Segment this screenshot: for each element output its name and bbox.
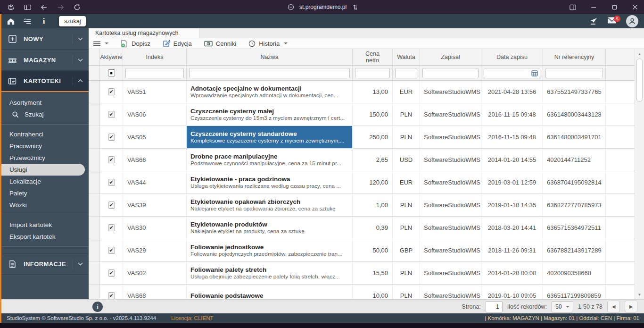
index-cell[interactable]: VAS44 bbox=[123, 171, 187, 193]
active-cell[interactable]: ✔ bbox=[100, 194, 123, 216]
currency-cell[interactable]: EUR bbox=[393, 81, 420, 103]
table-row[interactable]: ✔ VAS39 Etykietowanie opakowań zbiorczyc… bbox=[89, 194, 635, 217]
index-cell[interactable]: VAS06 bbox=[123, 103, 187, 126]
prev-page-button[interactable]: ◀ bbox=[607, 301, 620, 312]
sidebar-item-uslugi[interactable]: Usługi bbox=[0, 164, 85, 176]
cenniki-button[interactable]: @ Cenniki bbox=[204, 40, 236, 47]
table-row[interactable]: ✔ VAS06 Czyszczenie cysterny małejCzyszc… bbox=[89, 103, 635, 126]
sidebar-item-asortyment[interactable]: Asortyment bbox=[0, 97, 89, 109]
currency-cell[interactable]: PLN bbox=[393, 262, 420, 284]
reload-icon[interactable] bbox=[73, 3, 81, 11]
name-cell[interactable]: Foliowanie palety stretchUsługa obejmuje… bbox=[187, 262, 353, 284]
price-cell[interactable]: 150,00 bbox=[353, 103, 393, 126]
checkbox-checked-icon[interactable]: ✔ bbox=[108, 179, 115, 186]
name-cell[interactable]: Etykietowanie - praca godzinowaUsługa et… bbox=[187, 171, 353, 193]
active-cell[interactable]: ✔ bbox=[100, 171, 123, 193]
price-cell[interactable]: 0,39 bbox=[353, 217, 393, 239]
currency-cell[interactable]: PLN bbox=[393, 217, 420, 239]
name-cell[interactable]: Adnotacje specjalne w dokumentacjiWprowa… bbox=[187, 81, 353, 103]
select-all-checkbox[interactable]: ■ bbox=[108, 69, 115, 76]
ref-cell[interactable]: 6367882143917289 bbox=[543, 239, 606, 261]
table-row[interactable]: ✔ VAS51 Adnotacje specjalne w dokumentac… bbox=[89, 81, 635, 103]
table-row-selected[interactable]: ✔ VAS05 Czyszczenie cysterny standardowe… bbox=[89, 126, 635, 149]
currency-cell[interactable]: PLN bbox=[393, 126, 420, 148]
date-cell[interactable]: 2019-03-01 12:59 bbox=[481, 171, 543, 193]
filter-aktywne[interactable]: ■ bbox=[100, 66, 123, 80]
date-cell[interactable]: 2016-11-15 09:48 bbox=[481, 126, 543, 148]
ref-cell[interactable]: 6368272770785973 bbox=[543, 194, 606, 216]
table-row[interactable]: ✔ VAS02 Foliowanie palety stretchUsługa … bbox=[89, 262, 635, 285]
date-cell[interactable]: 2019-01-10 09:05 bbox=[481, 285, 543, 299]
price-cell[interactable]: 250,00 bbox=[353, 126, 393, 148]
info-icon[interactable]: i bbox=[39, 17, 49, 26]
author-cell[interactable]: SoftwareStudioWMS bbox=[420, 171, 481, 193]
ref-cell[interactable]: 6361480003443128 bbox=[543, 103, 606, 126]
mail-icon[interactable]: 5 bbox=[607, 17, 617, 26]
filter-zapisal-input[interactable] bbox=[422, 68, 479, 78]
author-cell[interactable]: SoftwareStudioWMS bbox=[420, 217, 481, 239]
grid-info-button[interactable]: i bbox=[92, 302, 103, 312]
filter-indeks-input[interactable] bbox=[125, 68, 184, 78]
sidebar-item-szukaj[interactable]: Szukaj bbox=[0, 109, 89, 120]
filter-ref-input[interactable] bbox=[545, 68, 603, 78]
scrollbar-thumb[interactable] bbox=[636, 59, 643, 102]
ref-cell[interactable]: 6365715364972511 bbox=[543, 217, 606, 239]
price-cell[interactable]: 50,00 bbox=[353, 239, 393, 261]
price-cell[interactable]: 2,65 bbox=[353, 149, 393, 171]
name-cell[interactable]: Drobne prace manipulacyjnePodstawowe czy… bbox=[187, 149, 353, 171]
author-cell[interactable]: SoftwareStudioWMS bbox=[420, 285, 481, 299]
author-cell[interactable]: SoftwareStudioWMS bbox=[420, 149, 481, 171]
name-cell-selected[interactable]: Czyszczenie cysterny standardoweKompleks… bbox=[187, 126, 353, 148]
checkbox-checked-icon[interactable]: ✔ bbox=[108, 111, 115, 118]
active-cell[interactable]: ✔ bbox=[100, 126, 123, 148]
active-cell[interactable]: ✔ bbox=[100, 103, 123, 126]
date-cell[interactable]: 2019-01-10 14:35 bbox=[481, 194, 543, 216]
header-aktywne[interactable]: Aktywne bbox=[100, 49, 123, 65]
ref-cell[interactable]: 4020144711252 bbox=[543, 149, 606, 171]
home-icon[interactable] bbox=[6, 17, 16, 26]
currency-cell[interactable]: PLN bbox=[393, 194, 420, 216]
filter-nazwa-input[interactable] bbox=[189, 68, 350, 78]
sidebar-item-przewoznicy[interactable]: Przewoźnicy bbox=[0, 152, 89, 164]
currency-cell[interactable]: USD bbox=[393, 149, 420, 171]
forward-icon[interactable] bbox=[56, 3, 65, 11]
index-cell[interactable]: VAS68 bbox=[123, 285, 187, 299]
table-row[interactable]: ✔ VAS29 Foliowanie jednostkoweFoliowanie… bbox=[89, 239, 635, 262]
name-cell[interactable]: Etykietowanie produktówNaklejanie etykie… bbox=[187, 217, 353, 239]
sidebar-item-kontrahenci[interactable]: Kontrahenci bbox=[0, 128, 89, 140]
active-cell[interactable]: ✔ bbox=[100, 149, 123, 171]
index-cell[interactable]: VAS30 bbox=[123, 217, 187, 239]
date-cell[interactable]: 2021-04-28 13:56 bbox=[481, 81, 543, 103]
minimize-icon[interactable] bbox=[589, 3, 598, 11]
author-cell[interactable]: SoftwareStudioWMS bbox=[420, 81, 481, 103]
next-page-button[interactable]: ▶ bbox=[625, 301, 637, 312]
currency-cell[interactable]: PLN bbox=[393, 285, 420, 299]
site-info-icon[interactable] bbox=[287, 3, 295, 11]
sidebar-toggle-icon[interactable] bbox=[23, 3, 32, 11]
checkbox-checked-icon[interactable]: ✔ bbox=[108, 247, 115, 254]
active-cell[interactable]: ✔ bbox=[100, 239, 123, 261]
name-cell[interactable]: Etykietowanie opakowań zbiorczychNakleja… bbox=[187, 194, 353, 216]
name-cell[interactable]: Foliowanie jednostkoweFoliowanie pojedyn… bbox=[187, 239, 353, 261]
table-row[interactable]: ✔ VAS30 Etykietowanie produktówNaklejani… bbox=[89, 217, 635, 239]
price-cell[interactable]: 10,00 bbox=[353, 285, 393, 299]
checkbox-checked-icon[interactable]: ✔ bbox=[108, 292, 115, 299]
checkbox-checked-icon[interactable]: ✔ bbox=[108, 134, 115, 141]
ref-cell[interactable]: 6368704195092814 bbox=[543, 171, 606, 193]
scroll-down-icon[interactable]: ▼ bbox=[635, 291, 644, 298]
sidebar-section-magazyn[interactable]: MAGAZYN bbox=[0, 50, 89, 71]
date-cell[interactable]: 2014-01-20 00:00 bbox=[481, 262, 543, 284]
filter-cena-input[interactable] bbox=[355, 68, 390, 78]
close-icon[interactable] bbox=[631, 3, 639, 11]
user-avatar[interactable] bbox=[626, 15, 638, 27]
tab-kartoteka-uslug[interactable]: Kartoteka usług magazynowych bbox=[89, 28, 199, 38]
page-input[interactable] bbox=[486, 301, 503, 312]
filter-waluta-input[interactable] bbox=[395, 68, 417, 78]
scroll-up-icon[interactable]: ▲ bbox=[635, 50, 644, 58]
header-nr-referencyjny[interactable]: Nr referencyjny bbox=[543, 49, 606, 65]
table-row[interactable]: ✔ VAS68 Foliowanie podstawowe 10,00 PLN … bbox=[89, 285, 635, 299]
header-nazwa[interactable]: Nazwa bbox=[187, 49, 353, 65]
index-cell[interactable]: VAS05 bbox=[123, 126, 187, 148]
ref-cell[interactable]: 6375521497337765 bbox=[543, 81, 606, 103]
page-size-select[interactable]: 50 bbox=[552, 301, 573, 312]
